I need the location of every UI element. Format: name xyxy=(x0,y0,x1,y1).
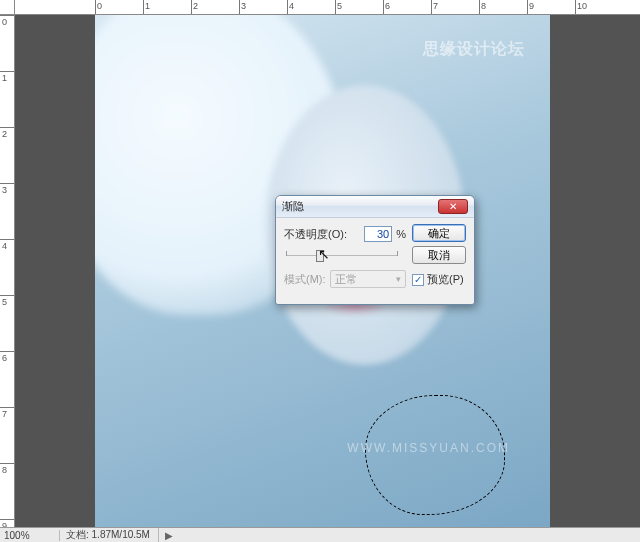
opacity-input[interactable] xyxy=(364,226,392,242)
mode-label: 模式(M): xyxy=(284,272,326,287)
slider-tick xyxy=(397,251,398,256)
watermark-url: WWW.MISSYUAN.COM xyxy=(347,441,510,455)
mode-value: 正常 xyxy=(335,272,357,287)
slider-track-line xyxy=(286,255,398,256)
dialog-titlebar[interactable]: 渐隐 ✕ xyxy=(276,196,474,218)
close-icon: ✕ xyxy=(449,201,457,212)
dialog-title: 渐隐 xyxy=(282,199,438,214)
ruler-origin[interactable] xyxy=(0,0,15,15)
ruler-horizontal[interactable]: 012345678910 xyxy=(15,0,640,15)
ok-button[interactable]: 确定 xyxy=(412,224,466,242)
close-button[interactable]: ✕ xyxy=(438,199,468,214)
slider-tick xyxy=(286,251,287,256)
watermark-text: 思缘设计论坛 xyxy=(423,39,525,60)
marquee-selection[interactable] xyxy=(365,395,505,515)
opacity-slider[interactable]: ↖ xyxy=(286,248,398,264)
zoom-level[interactable]: 100% xyxy=(0,530,60,541)
status-bar: 100% 文档: 1.87M/10.5M ▶ xyxy=(0,527,640,542)
dialog-body: 不透明度(O): % ↖ 模式(M): 正常 xyxy=(276,218,474,304)
cursor-icon: ↖ xyxy=(318,246,330,262)
percent-label: % xyxy=(396,228,406,240)
opacity-label: 不透明度(O): xyxy=(284,227,347,242)
ruler-vertical[interactable]: 0123456789 xyxy=(0,15,15,542)
cancel-button[interactable]: 取消 xyxy=(412,246,466,264)
preview-checkbox[interactable]: ✓ 预览(P) xyxy=(412,272,466,287)
dialog-buttons: 确定 取消 ✓ 预览(P) xyxy=(412,224,466,287)
checkbox-icon: ✓ xyxy=(412,274,424,286)
preview-label: 预览(P) xyxy=(427,272,464,287)
status-arrow-icon[interactable]: ▶ xyxy=(159,530,173,541)
mode-select: 正常 xyxy=(330,270,406,288)
doc-size[interactable]: 文档: 1.87M/10.5M xyxy=(60,528,159,542)
fade-dialog: 渐隐 ✕ 不透明度(O): % ↖ 模式(M): xyxy=(275,195,475,305)
